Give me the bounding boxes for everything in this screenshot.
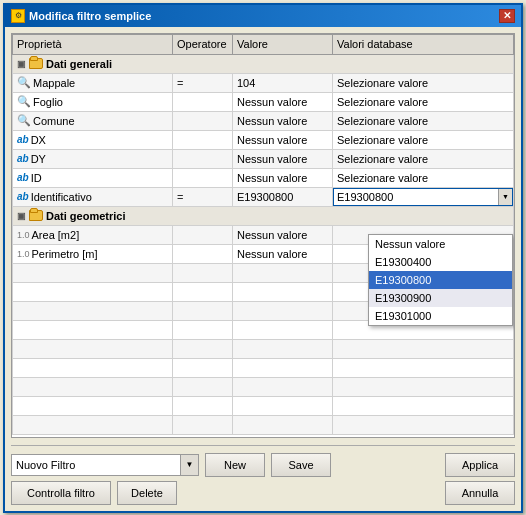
new-button[interactable]: New (205, 453, 265, 477)
expand-icon-dati-geometrici: ▣ (17, 211, 26, 221)
window-body: Proprietà Operatore Valore Valori databa… (5, 27, 521, 511)
row-mappale-prop: 🔍 Mappale (17, 76, 75, 89)
cell-operator[interactable] (173, 149, 233, 168)
cell-dbvalue[interactable]: Selezionare valore (333, 130, 514, 149)
table-row: 🔍 Mappale = 104 Selezionare valore (13, 73, 514, 92)
empty-row (13, 377, 514, 396)
group-label-dati-generali: ▣ Dati generali (17, 58, 509, 70)
annulla-button[interactable]: Annulla (445, 481, 515, 505)
empty-row (13, 415, 514, 434)
title-bar-left: ⚙ Modifica filtro semplice (11, 9, 151, 23)
title-bar: ⚙ Modifica filtro semplice ✕ (5, 5, 521, 27)
cell-value[interactable]: Nessun valore (233, 149, 333, 168)
empty-row (13, 396, 514, 415)
divider (11, 445, 515, 446)
cell-operator[interactable] (173, 225, 233, 244)
cell-dbvalue[interactable]: Selezionare valore (333, 168, 514, 187)
window-icon: ⚙ (11, 9, 25, 23)
col-header-operatore: Operatore (173, 34, 233, 54)
cell-value[interactable]: E19300800 (233, 187, 333, 206)
cell-value[interactable]: Nessun valore (233, 168, 333, 187)
cell-prop: ab DY (13, 149, 173, 168)
cell-prop: 🔍 Mappale (13, 73, 173, 92)
close-button[interactable]: ✕ (499, 9, 515, 23)
table-row: ab ID Nessun valore Selezionare valore (13, 168, 514, 187)
cell-operator[interactable] (173, 111, 233, 130)
numeric-icon: 1.0 (17, 230, 30, 240)
group-header-dati-geometrici[interactable]: ▣ Dati geometrici (13, 206, 514, 225)
controlla-filtro-button[interactable]: Controlla filtro (11, 481, 111, 505)
filter-dropdown-button[interactable]: ▼ (181, 454, 199, 476)
table-header-row: Proprietà Operatore Valore Valori databa… (13, 34, 514, 54)
empty-row (13, 339, 514, 358)
cell-dbvalue[interactable]: Selezionare valore (333, 149, 514, 168)
delete-button[interactable]: Delete (117, 481, 177, 505)
cell-value[interactable]: Nessun valore (233, 244, 333, 263)
expand-icon-dati-generali: ▣ (17, 59, 26, 69)
cell-prop: 🔍 Comune (13, 111, 173, 130)
cell-operator[interactable] (173, 168, 233, 187)
cell-prop: ab ID (13, 168, 173, 187)
window-title: Modifica filtro semplice (29, 10, 151, 22)
table-row: 🔍 Comune Nessun valore Selezionare valor… (13, 111, 514, 130)
folder-icon-dati-generali (29, 58, 43, 69)
cell-value[interactable]: Nessun valore (233, 225, 333, 244)
folder-icon-dati-geometrici (29, 210, 43, 221)
cell-value[interactable]: Nessun valore (233, 92, 333, 111)
cell-dbvalue[interactable]: Selezionare valore (333, 111, 514, 130)
numeric-icon: 1.0 (17, 249, 30, 259)
search-icon: 🔍 (17, 76, 31, 89)
dropdown-popup: Nessun valore E19300400 E19300800 E19300… (368, 234, 513, 326)
col-header-valoridb: Valori database (333, 34, 514, 54)
ab-icon: ab (17, 153, 29, 164)
cell-value[interactable]: 104 (233, 73, 333, 92)
filter-select-wrapper: ▼ (11, 454, 199, 476)
ab-icon: ab (17, 134, 29, 145)
search-icon: 🔍 (17, 95, 31, 108)
cell-operator[interactable] (173, 130, 233, 149)
cell-operator[interactable]: = (173, 187, 233, 206)
cell-prop: 1.0 Perimetro [m] (13, 244, 173, 263)
applica-button[interactable]: Applica (445, 453, 515, 477)
col-header-proprieta: Proprietà (13, 34, 173, 54)
dropdown-item-e400[interactable]: E19300400 (369, 253, 512, 271)
col-header-valore: Valore (233, 34, 333, 54)
search-icon: 🔍 (17, 114, 31, 127)
save-button[interactable]: Save (271, 453, 331, 477)
dropdown-item-nessun[interactable]: Nessun valore (369, 235, 512, 253)
group-header-dati-generali[interactable]: ▣ Dati generali (13, 54, 514, 73)
table-row: ab DY Nessun valore Selezionare valore (13, 149, 514, 168)
cell-prop: 1.0 Area [m2] (13, 225, 173, 244)
empty-row (13, 358, 514, 377)
cell-operator[interactable] (173, 244, 233, 263)
cell-dbvalue[interactable]: Selezionare valore (333, 92, 514, 111)
bottom-controls: ▼ New Save Applica Controlla filtro Dele… (11, 453, 515, 505)
dropdown-item-e800[interactable]: E19300800 (369, 271, 512, 289)
filter-table-container: Proprietà Operatore Valore Valori databa… (11, 33, 515, 438)
bottom-row-2: Controlla filtro Delete Annulla (11, 481, 515, 505)
ab-icon: ab (17, 172, 29, 183)
cell-prop: 🔍 Foglio (13, 92, 173, 111)
table-row-identificativo: ab Identificativo = E19300800 E19300800 … (13, 187, 514, 206)
cell-value[interactable]: Nessun valore (233, 130, 333, 149)
ab-icon: ab (17, 191, 29, 202)
cell-value[interactable]: Nessun valore (233, 111, 333, 130)
cell-prop: ab Identificativo (13, 187, 173, 206)
main-window: ⚙ Modifica filtro semplice ✕ Proprietà O… (3, 3, 523, 513)
dropdown-arrow-identificativo[interactable]: ▼ (498, 189, 512, 205)
cell-dbvalue-identificativo: E19300800 ▼ (333, 187, 514, 206)
table-row: 🔍 Foglio Nessun valore Selezionare valor… (13, 92, 514, 111)
bottom-row-1: ▼ New Save Applica (11, 453, 515, 477)
cell-dbvalue[interactable]: Selezionare valore (333, 73, 514, 92)
cell-prop: ab DX (13, 130, 173, 149)
group-label-dati-geometrici: ▣ Dati geometrici (17, 210, 509, 222)
dropdown-item-e1000[interactable]: E19301000 (369, 307, 512, 325)
filter-name-input[interactable] (11, 454, 181, 476)
table-row: ab DX Nessun valore Selezionare valore (13, 130, 514, 149)
dropdown-item-e900[interactable]: E19300900 (369, 289, 512, 307)
cell-operator[interactable]: = (173, 73, 233, 92)
cell-operator[interactable] (173, 92, 233, 111)
